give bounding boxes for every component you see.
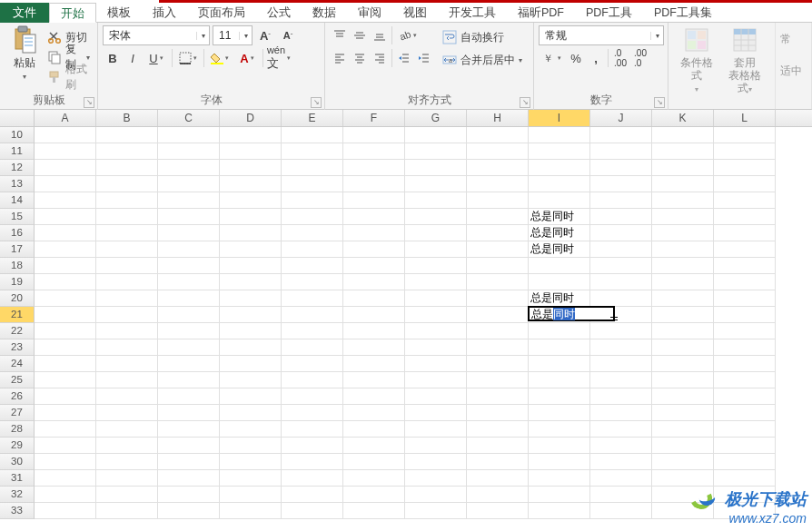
cell-D14[interactable] <box>220 192 282 209</box>
cell-F23[interactable] <box>343 339 405 356</box>
percent-button[interactable]: % <box>566 48 586 68</box>
cell-J12[interactable] <box>590 160 652 176</box>
align-left-button[interactable] <box>330 48 350 68</box>
row-header-29[interactable]: 29 <box>0 438 35 454</box>
cell-A25[interactable] <box>35 372 96 388</box>
italic-button[interactable]: I <box>123 48 143 68</box>
cell-G18[interactable] <box>405 258 467 274</box>
row-header-18[interactable]: 18 <box>0 258 35 274</box>
cell-I16[interactable]: 总是同时 <box>529 225 590 241</box>
tab-data[interactable]: 数据 <box>302 3 347 23</box>
cell-C32[interactable] <box>158 487 220 503</box>
cell-I23[interactable] <box>529 339 590 356</box>
cell-K30[interactable] <box>652 454 714 470</box>
col-header-G[interactable]: G <box>405 110 467 126</box>
cell-H29[interactable] <box>467 438 529 454</box>
cell-B11[interactable] <box>96 143 158 160</box>
cell-G25[interactable] <box>405 372 467 388</box>
cell-J30[interactable] <box>590 454 652 470</box>
cell-H23[interactable] <box>467 339 529 356</box>
cell-G30[interactable] <box>405 454 467 470</box>
cell-D21[interactable] <box>220 307 282 323</box>
cell-E12[interactable] <box>282 160 343 176</box>
cell-G16[interactable] <box>405 225 467 241</box>
row-header-15[interactable]: 15 <box>0 209 35 225</box>
font-size-combo[interactable]: 11▾ <box>213 25 253 45</box>
cell-C13[interactable] <box>158 176 220 192</box>
cell-E15[interactable] <box>282 209 343 225</box>
cell-D22[interactable] <box>220 323 282 339</box>
col-header-D[interactable]: D <box>220 110 282 126</box>
cell-B16[interactable] <box>96 225 158 241</box>
cell-D31[interactable] <box>220 470 282 487</box>
cell-A26[interactable] <box>35 388 96 405</box>
cell-F28[interactable] <box>343 421 405 438</box>
comma-button[interactable]: , <box>586 48 606 68</box>
cell-I25[interactable] <box>529 372 590 388</box>
cell-F11[interactable] <box>343 143 405 160</box>
cell-G17[interactable] <box>405 241 467 258</box>
cell-B33[interactable] <box>96 503 158 519</box>
align-top-button[interactable] <box>330 25 350 45</box>
align-bottom-button[interactable] <box>370 25 390 45</box>
cell-E13[interactable] <box>282 176 343 192</box>
cell-H16[interactable] <box>467 225 529 241</box>
cell-L25[interactable] <box>714 372 776 388</box>
cell-B20[interactable] <box>96 290 158 307</box>
cell-B14[interactable] <box>96 192 158 209</box>
cell-F26[interactable] <box>343 388 405 405</box>
cell-C23[interactable] <box>158 339 220 356</box>
cell-L20[interactable] <box>714 290 776 307</box>
cell-J28[interactable] <box>590 421 652 438</box>
cell-E11[interactable] <box>282 143 343 160</box>
cell-E30[interactable] <box>282 454 343 470</box>
cell-E20[interactable] <box>282 290 343 307</box>
cell-E29[interactable] <box>282 438 343 454</box>
cell-D19[interactable] <box>220 274 282 290</box>
cell-I10[interactable] <box>529 127 590 143</box>
cell-G19[interactable] <box>405 274 467 290</box>
cell-I17[interactable]: 总是同时 <box>529 241 590 258</box>
cell-I19[interactable] <box>529 274 590 290</box>
cell-D27[interactable] <box>220 405 282 421</box>
cell-E25[interactable] <box>282 372 343 388</box>
cell-B17[interactable] <box>96 241 158 258</box>
cell-C18[interactable] <box>158 258 220 274</box>
increase-decimal-button[interactable]: .0.00 <box>610 48 630 68</box>
cell-H31[interactable] <box>467 470 529 487</box>
tab-page-layout[interactable]: 页面布局 <box>187 3 256 23</box>
cell-K25[interactable] <box>652 372 714 388</box>
cell-K18[interactable] <box>652 258 714 274</box>
row-header-30[interactable]: 30 <box>0 454 35 470</box>
cell-C19[interactable] <box>158 274 220 290</box>
cell-F18[interactable] <box>343 258 405 274</box>
increase-font-button[interactable]: Aˆ <box>255 25 275 45</box>
cell-D32[interactable] <box>220 487 282 503</box>
cell-H20[interactable] <box>467 290 529 307</box>
cell-A24[interactable] <box>35 356 96 372</box>
cell-L15[interactable] <box>714 209 776 225</box>
cell-H24[interactable] <box>467 356 529 372</box>
cell-F14[interactable] <box>343 192 405 209</box>
cell-E23[interactable] <box>282 339 343 356</box>
cell-H15[interactable] <box>467 209 529 225</box>
row-header-25[interactable]: 25 <box>0 372 35 388</box>
border-button[interactable]: ▾ <box>174 48 202 68</box>
cell-F29[interactable] <box>343 438 405 454</box>
cell-I12[interactable] <box>529 160 590 176</box>
cell-J15[interactable] <box>590 209 652 225</box>
cell-B23[interactable] <box>96 339 158 356</box>
cell-K13[interactable] <box>652 176 714 192</box>
cell-K29[interactable] <box>652 438 714 454</box>
cell-A28[interactable] <box>35 421 96 438</box>
cell-I27[interactable] <box>529 405 590 421</box>
row-header-33[interactable]: 33 <box>0 503 35 519</box>
cell-I33[interactable] <box>529 503 590 519</box>
cell-D20[interactable] <box>220 290 282 307</box>
cell-I28[interactable] <box>529 421 590 438</box>
cell-L22[interactable] <box>714 323 776 339</box>
cell-E28[interactable] <box>282 421 343 438</box>
cell-G27[interactable] <box>405 405 467 421</box>
cell-G24[interactable] <box>405 356 467 372</box>
cell-A32[interactable] <box>35 487 96 503</box>
